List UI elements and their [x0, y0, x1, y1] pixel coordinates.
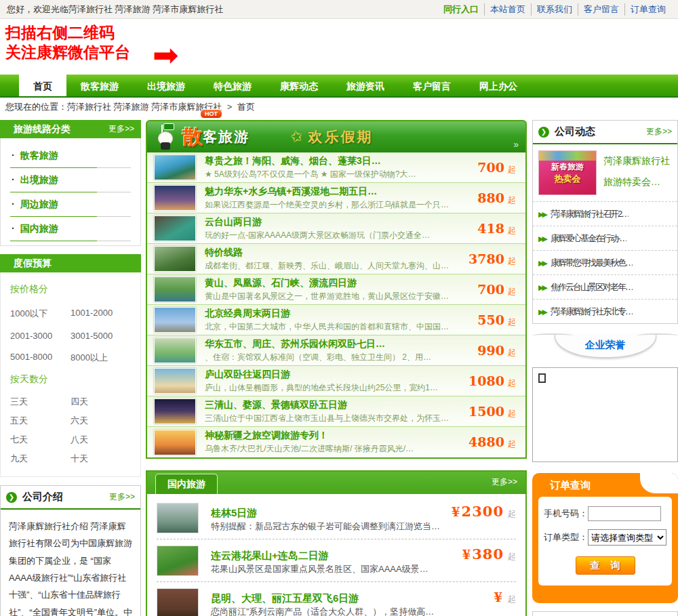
- tour-desc: 花果山风景区是国家重点风景名胜区、国家AAAA级景…: [211, 564, 428, 574]
- days-option[interactable]: 五天: [10, 411, 71, 430]
- days-option[interactable]: 三天: [10, 392, 71, 411]
- tour-desc: 恋尚丽江”系列云南产品（适合大众人群、），坚持做高…: [211, 607, 434, 616]
- chevron-circle-icon: ❯: [538, 127, 549, 138]
- sidebar-item-nearby[interactable]: ·周边旅游: [10, 192, 131, 211]
- banner-more-link[interactable]: »: [513, 139, 519, 150]
- tour-title: 北京经典周末两日游: [205, 308, 456, 320]
- featured-news-image[interactable]: 新春旅游 热卖会: [538, 150, 597, 195]
- more-link[interactable]: 更多>>: [646, 126, 672, 138]
- welcome-text: 您好，欢迎光临菏泽旅行社 菏泽旅游 菏泽市康辉旅行社: [7, 3, 223, 16]
- main-nav: 首页 散客旅游 出境旅游 特色旅游 康辉动态 旅游资讯 客户留言 网上办公: [0, 75, 678, 98]
- top-link-contact[interactable]: 联系我们: [531, 3, 578, 16]
- query-button[interactable]: 查 询: [576, 556, 635, 575]
- sidebar-item-domestic[interactable]: ·国内旅游: [10, 217, 131, 235]
- tour-row[interactable]: 神秘新疆之旅空调旅游专列！乌鲁木齐/大巴扎/天山天池/二次进喀纳斯/ 张掖丹霞风…: [147, 427, 525, 457]
- nav-outbound[interactable]: 出境旅游: [133, 75, 199, 96]
- right-arrow-icon: ➡: [153, 39, 179, 70]
- days-option[interactable]: 六天: [71, 411, 131, 430]
- section-title: 度假预算: [14, 254, 52, 272]
- top-link-message[interactable]: 客户留言: [578, 3, 624, 16]
- price-option[interactable]: 1001-2000: [71, 302, 131, 325]
- breadcrumb-current[interactable]: 首页: [237, 102, 255, 112]
- sidebar-item-outbound[interactable]: ·出境旅游: [10, 168, 131, 186]
- tour-desc: 成都老街、都江堰、新映秀、乐山、峨眉山、人间天堂九寨沟、山…: [205, 260, 456, 272]
- days-option[interactable]: 十天: [71, 449, 131, 468]
- tab-domestic-tours[interactable]: 国内旅游: [155, 474, 218, 494]
- top-link-partner[interactable]: 同行入口: [438, 3, 484, 16]
- price-option[interactable]: 1000以下: [10, 302, 71, 325]
- mascot-icon: [155, 123, 178, 150]
- news-item[interactable]: ▶▶ 康辉带您寻找最美秋色…: [533, 250, 677, 274]
- nav-home[interactable]: 首页: [19, 75, 66, 96]
- section-title: 公司介绍: [22, 491, 109, 504]
- nav-info[interactable]: 旅游资讯: [332, 75, 399, 96]
- tour-row[interactable]: 三清山、婺源、景德镇双卧五日游三清山位于中国江西省上饶市玉山县与上饶德兴市交界处…: [147, 396, 525, 427]
- tour-price: 700起: [456, 160, 519, 176]
- tour-row[interactable]: 北京经典周末两日游北京，中国第二大城市，中华人民共和国的首都和直辖市、中国国… …: [147, 305, 525, 335]
- days-option[interactable]: 八天: [71, 430, 131, 449]
- nav-news[interactable]: 康辉动态: [266, 75, 332, 96]
- main-column: HOT 散 客旅游 ✩ 欢乐假期 » 尊贵之旅！海阳、威海、烟台、蓬莱3日…★ …: [146, 120, 527, 616]
- play-icon: ▶▶: [538, 283, 546, 292]
- tour-price: ¥380起: [462, 546, 516, 562]
- top-link-home[interactable]: 本站首页: [484, 3, 531, 16]
- domestic-tour-row[interactable]: 桂林5日游 ¥2300起 特别提醒：新品冠古东的银子岩可能会调整到漓江游览当…: [157, 497, 516, 539]
- nav-online-office[interactable]: 网上办公: [465, 75, 532, 96]
- news-item[interactable]: ▶▶ 菏泽康辉旅行社召开2…: [533, 201, 677, 226]
- price-option[interactable]: 5001-8000: [10, 346, 71, 369]
- nav-message[interactable]: 客户留言: [399, 75, 465, 96]
- tour-desc: 、住宿：宾馆双人标准间（空调、彩电、独立卫生间） 2、用…: [205, 352, 456, 363]
- tour-row[interactable]: 黄山、凤凰源、石门峡、漂流四日游黄山是中国著名风景区之一，世界游览胜地，黄山风景…: [147, 274, 525, 305]
- bullet-icon: ·: [12, 199, 15, 209]
- tour-thumbnail: [154, 185, 196, 211]
- tour-row[interactable]: 云台山两日游玩的好一点-国家AAAAA级两大景区欢畅游玩（门票小交通全… 418…: [147, 213, 525, 244]
- tour-row[interactable]: 魅力华东+水乡乌镇+西溪湿地二期五日…如果说江西婺源是一个绝美空灵的乡村，那么浙…: [147, 183, 525, 213]
- budget-body: 按价格分 1000以下 1001-2000 2001-3000 3001-500…: [0, 272, 141, 477]
- tour-price: 1080起: [456, 373, 519, 389]
- tour-thumbnail: [154, 215, 196, 241]
- bullet-icon: ·: [12, 223, 15, 234]
- more-link[interactable]: 更多>>: [109, 491, 135, 503]
- news-item[interactable]: ▶▶ 康辉爱心基金在行动-…: [533, 226, 677, 250]
- days-option[interactable]: 九天: [10, 449, 71, 468]
- more-link[interactable]: 更多>>: [492, 476, 517, 488]
- tour-row[interactable]: 特价线路成都老街、都江堰、新映秀、乐山、峨眉山、人间天堂九寨沟、山… 3780起: [147, 244, 525, 274]
- tour-row[interactable]: 华东五市、周庄、苏州乐园休闲双卧七日…、住宿：宾馆双人标准间（空调、彩电、独立卫…: [147, 335, 525, 366]
- tour-row[interactable]: 尊贵之旅！海阳、威海、烟台、蓬莱3日…★ 5A级刘公岛?不仅仅是一个岛 ★ 国家…: [147, 152, 525, 183]
- breadcrumb-path[interactable]: 菏泽旅行社 菏泽旅游 菏泽市康辉旅行社: [67, 102, 222, 112]
- tour-row[interactable]: 庐山双卧往返四日游庐山，山体呈椭圆形，典型的地垒式长段块山约25公里，宽约1… …: [147, 366, 525, 396]
- play-icon: ▶▶: [538, 259, 546, 268]
- tour-thumbnail: [154, 246, 196, 272]
- price-option[interactable]: 8000以上: [71, 346, 131, 369]
- tour-price: 550起: [456, 312, 519, 328]
- domestic-tours-box: 国内旅游 更多>> 桂林5日游 ¥2300起 特别提醒：新品冠古东的银子岩可能会…: [146, 470, 527, 616]
- tour-desc: 如果说江西婺源是一个绝美空灵的乡村，那么浙江乌镇就是一个只…: [205, 199, 456, 211]
- days-option[interactable]: 四天: [71, 392, 131, 411]
- days-option[interactable]: 七天: [10, 430, 71, 449]
- tour-price: 700起: [456, 282, 519, 297]
- nav-special[interactable]: 特色旅游: [199, 75, 266, 96]
- right-sidebar: ❯ 公司动态 更多>> 新春旅游 热卖会 菏泽康辉旅行社旅游特卖会… ▶▶ 菏泽…: [532, 120, 678, 616]
- phone-input[interactable]: [588, 506, 661, 521]
- news-item[interactable]: ▶▶ 焦作云台山景区对老年…: [533, 274, 677, 299]
- news-item[interactable]: ▶▶ 菏泽康辉旅行社东北专…: [533, 299, 677, 323]
- more-link[interactable]: 更多>>: [108, 120, 134, 138]
- order-type-select[interactable]: 请选择查询类型: [588, 529, 666, 546]
- price-option[interactable]: 2001-3000: [10, 325, 71, 346]
- featured-news-link[interactable]: 菏泽康辉旅行社旅游特卖会…: [603, 150, 672, 195]
- price-option[interactable]: 3001-5000: [71, 325, 131, 346]
- top-link-order[interactable]: 订单查询: [624, 3, 671, 16]
- bullet-icon: ·: [12, 174, 15, 185]
- domestic-tour-row[interactable]: 昆明、大理、丽江五星双飞6日游 ¥起 恋尚丽江”系列云南产品（适合大众人群、），…: [157, 582, 516, 616]
- nav-fit-tours[interactable]: 散客旅游: [66, 75, 133, 96]
- company-intro-text: 菏泽康辉旅行社介绍 菏泽康辉旅行社有限公司为中国康辉旅游集团的下属企业，是 “国…: [1, 510, 140, 616]
- divider: [10, 241, 131, 241]
- domestic-tour-row[interactable]: 连云港花果山+连岛二日游 ¥380起 花果山风景区是国家重点风景名胜区、国家AA…: [157, 539, 516, 582]
- tour-thumbnail: [157, 546, 199, 576]
- honor-ribbon: 企业荣誉: [532, 333, 678, 362]
- qr-promo-banner: 扫描右侧二维码 关注康辉微信平台 ➡: [0, 19, 678, 75]
- sidebar-item-fit-tours[interactable]: ·散客旅游: [10, 144, 131, 162]
- phone-label: 手机号码：: [544, 508, 588, 520]
- topbar-links: 同行入口 本站首页 联系我们 客户留言 订单查询: [438, 3, 671, 16]
- order-query-box: 订单查询 手机号码： 订单类型： 请选择查询类型 查 询: [532, 473, 678, 603]
